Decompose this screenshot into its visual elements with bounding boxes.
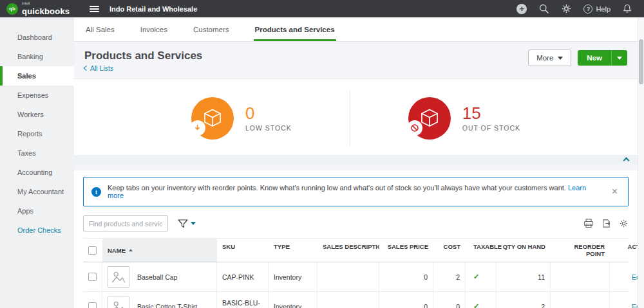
plus-icon: +	[516, 4, 527, 14]
low-stock-stat[interactable]: 0 LOW STOCK	[191, 97, 292, 140]
product-sales-description	[317, 292, 379, 308]
sidebar-item-my-accountant[interactable]: My Accountant	[0, 182, 74, 201]
help-button[interactable]: ? Help	[583, 5, 611, 14]
product-sku: CAP-PINK	[217, 262, 269, 291]
product-sales-description	[317, 262, 379, 291]
low-stock-count: 0	[245, 105, 292, 122]
settings-button[interactable]	[561, 3, 572, 14]
product-image-placeholder	[108, 296, 129, 308]
search-button[interactable]	[538, 3, 549, 14]
help-icon: ?	[583, 5, 592, 14]
export-button[interactable]	[601, 219, 611, 228]
filter-button[interactable]	[177, 219, 196, 229]
tab-products-and-services[interactable]: Products and Services	[254, 19, 336, 41]
column-header-sales-description[interactable]: SALES DESCRIPTIO	[317, 239, 379, 262]
company-name: Indo Retail and Wholesale	[109, 5, 197, 13]
arrow-down-icon	[190, 120, 205, 136]
topbar: qb intuit quickbooks Indo Retail and Who…	[0, 0, 644, 17]
create-plus-button[interactable]: +	[516, 4, 527, 14]
product-qty-on-hand: 2	[497, 292, 551, 308]
sidebar-item-apps[interactable]: Apps	[0, 201, 74, 221]
column-header-taxable[interactable]: TAXABLE	[466, 239, 497, 262]
scrollbar-thumb[interactable]	[639, 39, 643, 84]
column-header-type[interactable]: TYPE	[269, 239, 317, 262]
brand-name: quickbooks	[22, 6, 70, 16]
collapse-strip	[74, 155, 638, 164]
tab-all-sales[interactable]: All Sales	[84, 19, 116, 41]
vertical-scrollbar[interactable]	[638, 17, 644, 308]
banner-text: Keep tabs on your inventory with reorder…	[108, 184, 566, 192]
out-of-stock-label: OUT OF STOCK	[462, 124, 520, 132]
new-dropdown-button[interactable]	[611, 50, 627, 66]
select-all-checkbox[interactable]	[88, 246, 97, 255]
chevron-down-icon	[191, 222, 196, 225]
product-qty-on-hand: 11	[497, 262, 551, 291]
chevron-down-icon	[617, 57, 622, 60]
image-icon	[111, 269, 126, 285]
row-checkbox[interactable]	[88, 273, 97, 281]
sidebar: Dashboard Banking Sales Expenses Workers…	[0, 17, 74, 308]
inventory-info-banner: i Keep tabs on your inventory with reord…	[83, 177, 629, 206]
product-sku: BASIC-BLU-SM	[217, 292, 269, 308]
sidebar-item-order-checks[interactable]: Order Checks	[0, 221, 74, 240]
print-button[interactable]	[583, 219, 594, 228]
page-title: Products and Services	[84, 50, 202, 62]
sort-asc-icon	[129, 249, 133, 251]
filter-icon	[177, 219, 189, 229]
products-table: NAME SKU TYPE SALES DESCRIPTIO SALES PRI…	[83, 238, 629, 308]
chevron-down-icon	[558, 57, 563, 60]
sidebar-item-sales[interactable]: Sales	[0, 66, 74, 86]
sidebar-item-banking[interactable]: Banking	[0, 47, 74, 66]
table-row: Baseball Cap CAP-PINK Inventory 0 2 ✓ 11…	[83, 262, 629, 292]
sidebar-item-expenses[interactable]: Expenses	[0, 86, 74, 105]
column-header-reorder-point[interactable]: REORDER POINT	[551, 239, 610, 262]
column-header-qty-on-hand[interactable]: QTY ON HAND	[497, 239, 551, 262]
info-icon: i	[91, 187, 101, 197]
table-toolbar	[83, 215, 629, 231]
notifications-button[interactable]	[622, 3, 632, 14]
product-cost: 0	[433, 292, 466, 308]
product-image-placeholder	[108, 266, 129, 288]
image-icon	[111, 299, 126, 308]
sidebar-item-dashboard[interactable]: Dashboard	[0, 28, 74, 47]
column-header-cost[interactable]: COST	[433, 239, 466, 262]
tab-invoices[interactable]: Invoices	[139, 19, 169, 41]
tab-customers[interactable]: Customers	[192, 19, 231, 41]
more-button[interactable]: More	[528, 50, 571, 66]
column-header-sales-price[interactable]: SALES PRICE	[379, 239, 433, 262]
bell-icon	[622, 3, 632, 14]
product-name[interactable]: Basic Cotton T-Shirt	[137, 303, 197, 308]
stock-summary-panel: 0 LOW STOCK 15 OUT OF STOCK	[74, 78, 638, 155]
column-header-name[interactable]: NAME	[102, 239, 217, 262]
sidebar-item-accounting[interactable]: Accounting	[0, 163, 74, 182]
chevron-left-icon	[84, 66, 89, 71]
row-checkbox[interactable]	[88, 302, 97, 308]
out-of-stock-count: 15	[462, 105, 520, 122]
hamburger-menu-icon[interactable]	[90, 6, 99, 12]
table-row: Basic Cotton T-Shirt BASIC-BLU-SM Invent…	[83, 292, 629, 308]
export-icon	[601, 219, 611, 228]
close-icon[interactable]: ×	[609, 186, 620, 197]
sidebar-item-workers[interactable]: Workers	[0, 105, 74, 124]
product-cost: 2	[433, 262, 466, 291]
taxable-check-icon: ✓	[473, 302, 479, 308]
sales-tabs: All Sales Invoices Customers Products an…	[74, 17, 638, 42]
divider	[350, 91, 350, 146]
all-lists-link[interactable]: All Lists	[84, 64, 202, 72]
search-input[interactable]	[83, 215, 168, 231]
column-header-sku[interactable]: SKU	[217, 239, 269, 262]
product-name[interactable]: Baseball Cap	[137, 273, 177, 281]
sidebar-item-reports[interactable]: Reports	[0, 124, 74, 143]
table-settings-button[interactable]	[619, 219, 629, 228]
chevron-up-icon[interactable]	[623, 158, 630, 164]
product-type: Inventory	[269, 292, 317, 308]
low-stock-icon	[191, 97, 234, 140]
quickbooks-logo[interactable]: qb intuit quickbooks	[6, 1, 80, 16]
product-reorder-point	[551, 262, 610, 291]
sidebar-item-taxes[interactable]: Taxes	[0, 143, 74, 163]
no-entry-icon	[407, 120, 422, 136]
products-table-card: i Keep tabs on your inventory with reord…	[74, 170, 638, 308]
new-button[interactable]: New	[578, 50, 611, 66]
gear-icon	[561, 3, 572, 14]
out-of-stock-stat[interactable]: 15 OUT OF STOCK	[408, 97, 520, 140]
